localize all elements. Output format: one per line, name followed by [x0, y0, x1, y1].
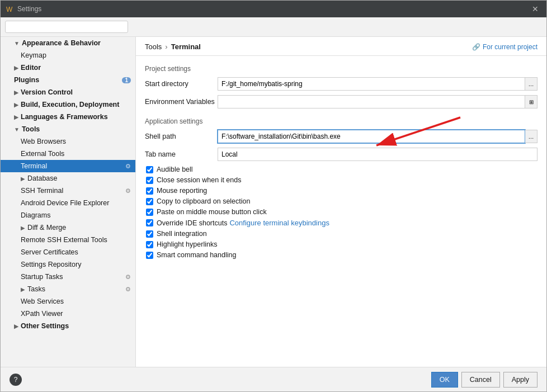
tab-name-row: Tab name: [145, 148, 537, 161]
for-current-project-link[interactable]: 🔗 For current project: [472, 43, 537, 51]
sidebar-item-label: Tasks: [27, 285, 45, 293]
breadcrumb: Tools › Terminal: [145, 42, 201, 51]
sidebar-item-remote-ssh[interactable]: Remote SSH External Tools: [1, 234, 135, 246]
shell-path-label: Shell path: [145, 133, 218, 140]
copy-clipboard-row: Copy to clipboard on selection: [145, 197, 537, 205]
sidebar-item-web-services[interactable]: Web Services: [1, 295, 135, 308]
close-session-row: Close session when it ends: [145, 176, 537, 184]
start-directory-browse-button[interactable]: …: [525, 77, 537, 91]
start-directory-input-wrap: …: [218, 77, 537, 91]
title-bar: W Settings ✕: [1, 1, 546, 17]
sidebar-item-build-execution[interactable]: ▶ Build, Execution, Deployment: [1, 98, 135, 111]
sidebar-item-label: XPath Viewer: [21, 310, 63, 318]
sidebar-item-appearance-behavior[interactable]: ▼ Appearance & Behavior: [1, 37, 135, 49]
arrow-icon: ▶: [14, 102, 18, 108]
smart-command-label: Smart command handling: [157, 251, 236, 259]
sidebar-item-editor[interactable]: ▶ Editor: [1, 62, 135, 74]
svg-text:W: W: [6, 6, 13, 13]
mouse-reporting-row: Mouse reporting: [145, 187, 537, 195]
mouse-reporting-checkbox[interactable]: [146, 187, 153, 195]
sidebar-item-ssh-terminal[interactable]: SSH Terminal ⚙: [1, 185, 135, 197]
for-current-project-label: For current project: [483, 43, 537, 51]
start-directory-row: Start directory …: [145, 77, 537, 91]
sidebar-item-label: External Tools: [21, 150, 64, 158]
env-variables-browse-button[interactable]: ⊞: [525, 95, 537, 108]
tab-name-input-wrap: [218, 148, 537, 161]
sidebar-item-web-browsers[interactable]: Web Browsers: [1, 135, 135, 148]
sidebar-item-diff-merge[interactable]: ▶ Diff & Merge: [1, 221, 135, 234]
sidebar-item-plugins[interactable]: Plugins 1: [1, 74, 135, 86]
highlight-hyperlinks-checkbox[interactable]: [146, 241, 153, 248]
smart-command-checkbox[interactable]: [146, 252, 153, 259]
audible-bell-label: Audible bell: [157, 166, 193, 173]
sidebar-item-label: Diff & Merge: [27, 224, 66, 232]
override-ide-label: Override IDE shortcuts: [157, 219, 227, 227]
sidebar-item-label: SSH Terminal: [21, 187, 63, 195]
arrow-icon: ▶: [14, 89, 18, 96]
sidebar-item-label: Android Device File Explorer: [21, 199, 109, 207]
breadcrumb-root: Tools: [145, 42, 162, 51]
shell-integration-label: Shell integration: [157, 230, 207, 238]
override-ide-checkbox[interactable]: [146, 219, 153, 226]
configure-keybindings-link[interactable]: Configure terminal keybindings: [229, 219, 329, 227]
sidebar-item-label: Keymap: [21, 51, 46, 59]
sidebar-item-android-device[interactable]: Android Device File Explorer: [1, 197, 135, 209]
checkboxes-group: Audible bell Close session when it ends …: [145, 166, 537, 259]
smart-command-row: Smart command handling: [145, 251, 537, 259]
content-header: Tools › Terminal 🔗 For current project: [136, 37, 546, 56]
sidebar-item-terminal[interactable]: Terminal ⚙: [1, 160, 135, 172]
ok-button[interactable]: OK: [431, 372, 458, 388]
app-settings-label: Application settings: [145, 117, 537, 125]
audible-bell-checkbox[interactable]: [146, 166, 153, 173]
sidebar-item-server-certificates[interactable]: Server Certificates: [1, 246, 135, 258]
content-panel: Tools › Terminal 🔗 For current project: [136, 37, 546, 367]
cancel-button[interactable]: Cancel: [461, 372, 500, 388]
settings-icon: ⚙: [125, 286, 131, 293]
sidebar-item-keymap[interactable]: Keymap: [1, 49, 135, 62]
mouse-reporting-label: Mouse reporting: [157, 187, 207, 195]
plugins-badge: 1: [122, 77, 131, 83]
tab-name-input[interactable]: [218, 148, 537, 161]
sidebar-item-tools[interactable]: ▼ Tools: [1, 123, 135, 135]
sidebar-item-label: Database: [27, 174, 58, 182]
settings-window: W Settings ✕ ▼ Appearance & Behavior Key…: [0, 0, 547, 392]
sidebar-item-tasks[interactable]: ▶ Tasks ⚙: [1, 283, 135, 295]
paste-middle-checkbox[interactable]: [146, 209, 153, 216]
sidebar-item-version-control[interactable]: ▶ Version Control: [1, 86, 135, 98]
sidebar-item-label: Remote SSH External Tools: [21, 236, 107, 244]
sidebar-item-xpath-viewer[interactable]: XPath Viewer: [1, 308, 135, 320]
sidebar-item-label: Plugins: [14, 76, 39, 84]
sidebar-item-label: Appearance & Behavior: [22, 39, 101, 47]
breadcrumb-current: Terminal: [171, 42, 201, 51]
arrow-icon: ▶: [14, 65, 18, 71]
close-button[interactable]: ✕: [529, 3, 542, 15]
sidebar-item-external-tools[interactable]: External Tools: [1, 148, 135, 160]
close-session-checkbox[interactable]: [146, 177, 153, 184]
sidebar-item-label: Web Browsers: [21, 138, 66, 145]
env-variables-row: Environment Variables ⊞: [145, 95, 537, 108]
sidebar-item-diagrams[interactable]: Diagrams: [1, 209, 135, 221]
sidebar-item-settings-repository[interactable]: Settings Repository: [1, 258, 135, 271]
sidebar-item-languages-frameworks[interactable]: ▶ Languages & Frameworks: [1, 111, 135, 123]
shell-path-input-wrap: …: [218, 130, 537, 143]
shell-path-browse-button[interactable]: …: [525, 130, 537, 143]
sidebar-item-database[interactable]: ▶ Database: [1, 172, 135, 185]
apply-button[interactable]: Apply: [503, 372, 537, 388]
content-body: Project settings Start directory … Envir…: [136, 56, 546, 367]
copy-clipboard-checkbox[interactable]: [146, 198, 153, 205]
project-settings-label: Project settings: [145, 65, 537, 73]
search-input[interactable]: [5, 21, 128, 33]
sidebar-item-other-settings[interactable]: ▶ Other Settings: [1, 320, 135, 332]
shell-integration-checkbox[interactable]: [146, 230, 153, 238]
start-directory-input[interactable]: [218, 77, 525, 91]
override-ide-row: Override IDE shortcuts Configure termina…: [145, 219, 537, 227]
sidebar: ▼ Appearance & Behavior Keymap ▶ Editor …: [1, 37, 136, 367]
settings-icon: ⚙: [125, 273, 131, 281]
help-button[interactable]: ?: [10, 374, 22, 386]
sidebar-item-startup-tasks[interactable]: Startup Tasks ⚙: [1, 271, 135, 283]
shell-path-input[interactable]: [218, 130, 525, 143]
arrow-icon: ▼: [14, 126, 20, 133]
env-variables-input[interactable]: [218, 95, 525, 108]
paste-middle-label: Paste on middle mouse button click: [157, 208, 267, 216]
tab-name-label: Tab name: [145, 150, 218, 158]
